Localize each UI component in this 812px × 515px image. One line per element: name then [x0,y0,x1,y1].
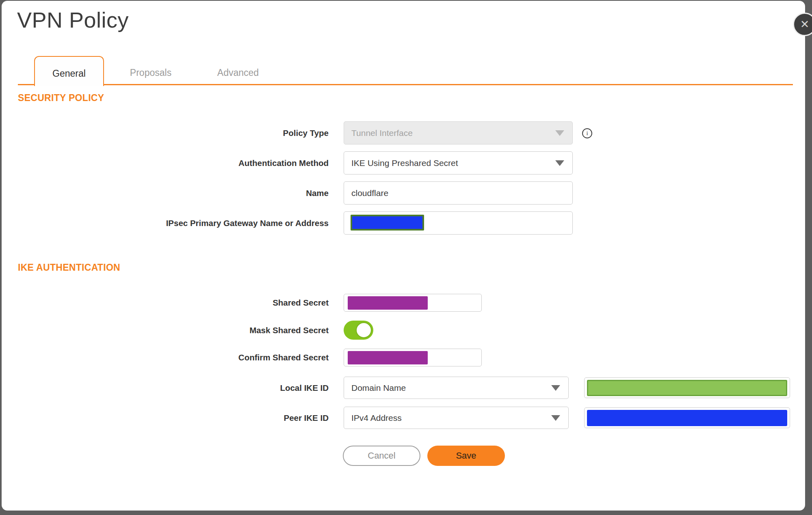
gateway-label: IPsec Primary Gateway Name or Address [18,211,329,235]
save-button-label: Save [456,450,476,461]
peer-ike-id-value-input[interactable] [584,407,790,428]
toggle-knob [356,322,372,338]
info-icon-glyph: i [586,130,588,137]
cancel-button-label: Cancel [368,450,395,461]
tab-general[interactable]: General [34,56,104,86]
tab-advanced-label: Advanced [217,67,259,78]
info-icon[interactable]: i [582,128,592,138]
page-title: VPN Policy [17,7,129,32]
name-input[interactable]: cloudflare [344,181,573,205]
section-header-ike-authentication: IKE AUTHENTICATION [18,262,120,273]
chevron-down-icon [551,385,560,391]
shared-secret-label: Shared Secret [18,294,329,312]
authentication-method-value: IKE Using Preshared Secret [351,158,458,168]
mask-shared-secret-label: Mask Shared Secret [18,321,329,340]
redacted-peer-ike-id-value [587,410,787,426]
screen-backdrop: VPN Policy General Proposals Advanced SE… [0,0,812,515]
local-ike-id-type-select[interactable]: Domain Name [344,377,569,399]
confirm-shared-secret-input[interactable] [344,349,482,366]
cancel-button[interactable]: Cancel [343,446,420,466]
gateway-input[interactable] [344,211,573,235]
tabs-underline [18,84,793,85]
tab-advanced[interactable]: Advanced [210,56,266,85]
peer-ike-id-type-value: IPv4 Address [351,413,402,423]
local-ike-id-type-value: Domain Name [351,383,406,393]
redacted-local-ike-id-value [587,380,787,396]
tab-proposals-label: Proposals [130,67,171,78]
peer-ike-id-label: Peer IKE ID [18,407,329,429]
chevron-down-icon [551,415,560,421]
mask-shared-secret-toggle[interactable] [344,321,373,340]
shared-secret-input[interactable] [344,294,482,312]
policy-type-select: Tunnel Interface [344,121,573,144]
authentication-method-select[interactable]: IKE Using Preshared Secret [344,151,573,175]
name-label: Name [18,181,329,205]
name-input-value: cloudflare [351,188,388,198]
tab-proposals[interactable]: Proposals [123,56,178,85]
local-ike-id-label: Local IKE ID [18,377,329,399]
vpn-policy-dialog: VPN Policy General Proposals Advanced SE… [2,1,805,511]
section-header-security-policy: SECURITY POLICY [18,93,104,103]
redacted-gateway-value [351,215,424,231]
local-ike-id-value-input[interactable] [584,377,790,398]
redacted-confirm-shared-secret-value [348,351,428,364]
save-button[interactable]: Save [427,446,505,466]
chevron-down-icon [555,160,564,166]
confirm-shared-secret-label: Confirm Shared Secret [18,349,329,366]
chevron-down-icon [555,130,564,136]
authentication-method-label: Authentication Method [18,151,329,175]
policy-type-label: Policy Type [18,121,329,144]
close-icon: ✕ [800,18,810,31]
policy-type-value: Tunnel Interface [351,128,413,138]
peer-ike-id-type-select[interactable]: IPv4 Address [344,407,569,429]
redacted-shared-secret-value [348,296,428,310]
tab-general-label: General [52,68,86,79]
